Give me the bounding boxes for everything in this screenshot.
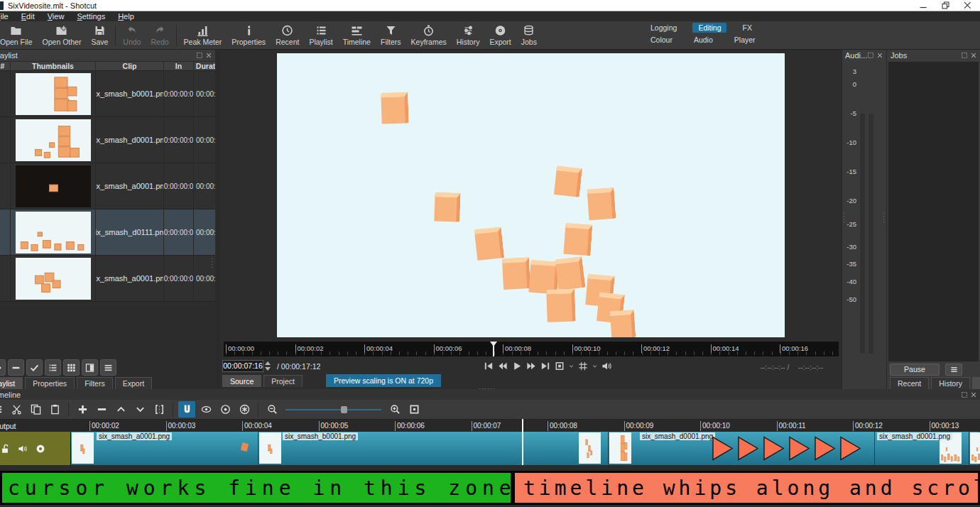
chevron-down-icon[interactable] — [592, 361, 598, 371]
track-head[interactable] — [0, 432, 71, 465]
timeline-clip[interactable]: six_smash_d0001.png — [609, 432, 875, 465]
ripple-button[interactable] — [217, 401, 234, 418]
zoom-timeline-in-button[interactable] — [386, 401, 403, 418]
split-button[interactable] — [151, 401, 168, 418]
ripple-delete-button[interactable] — [93, 401, 110, 418]
layout-editing-button[interactable]: Editing — [692, 23, 726, 33]
lift-button[interactable] — [112, 401, 129, 418]
timecode-stepper[interactable] — [264, 360, 271, 372]
close-panel-icon[interactable] — [205, 52, 212, 59]
menu-file[interactable]: File — [0, 12, 15, 21]
close-panel-icon[interactable] — [970, 391, 977, 398]
timeline-scrollbar-area[interactable] — [0, 465, 980, 471]
volume-button[interactable] — [601, 361, 612, 371]
toolbar-save-button[interactable]: Save — [86, 22, 113, 49]
layout-colour-button[interactable]: Colour — [645, 35, 678, 45]
tab-filters[interactable]: Filters — [77, 377, 113, 389]
pause-button[interactable]: Pause — [890, 364, 940, 376]
toolbar-open-other-button[interactable]: Open Other — [38, 22, 87, 49]
zoom-slider-handle[interactable] — [341, 406, 347, 413]
close-icon[interactable] — [962, 1, 973, 10]
splitter-handle[interactable]: ···· — [883, 212, 885, 223]
playlist-row[interactable]: six_smash_a0001.png00:00:00:0000:00:0 — [0, 256, 215, 302]
float-panel-icon[interactable] — [196, 52, 203, 59]
paste-button[interactable] — [46, 401, 63, 418]
menu-view[interactable]: View — [41, 12, 71, 21]
playlist-row[interactable]: six_smash_a0001.png00:00:00:0000:00:0 — [0, 163, 215, 209]
fast-forward-button[interactable] — [526, 361, 537, 371]
toolbar-redo-button[interactable]: Redo — [146, 22, 173, 49]
tab-recent[interactable]: Recent — [890, 377, 929, 389]
tab-source[interactable]: Source — [222, 375, 261, 387]
timeline-menu-button[interactable] — [0, 401, 6, 418]
snap-button[interactable] — [178, 401, 195, 418]
float-panel-icon[interactable] — [961, 391, 968, 398]
zoom-slider[interactable] — [285, 403, 381, 417]
tab-project[interactable]: Project — [263, 375, 303, 387]
layout-player-button[interactable]: Player — [729, 35, 761, 45]
float-panel-icon[interactable] — [867, 52, 874, 59]
tab-export[interactable]: Export — [115, 377, 152, 389]
timeline-ruler[interactable]: Output 00:00:0200:00:0300:00:0400:00:050… — [0, 419, 980, 432]
menu-button[interactable] — [100, 359, 116, 376]
toolbar-export-button[interactable]: Export — [484, 22, 516, 49]
playlist-row[interactable]: six_smash_d0001.png00:00:00:0000:00:0 — [0, 117, 215, 163]
toolbar-open-file-button[interactable]: Open File — [0, 22, 38, 49]
ripple-all-tracks-button[interactable] — [236, 401, 253, 418]
column-header-durati[interactable]: Durati — [194, 62, 215, 70]
update-button[interactable] — [26, 359, 43, 376]
timeline-clip[interactable]: six_smash_b0001.png — [258, 432, 609, 465]
player-zoom-button[interactable] — [554, 361, 565, 371]
rewind-button[interactable] — [497, 361, 508, 371]
skip-to-end-button[interactable] — [540, 361, 551, 371]
timeline-clip[interactable]: six_smash_a0001.png — [71, 432, 258, 465]
menu-settings[interactable]: Settings — [70, 12, 111, 21]
tab-jobs[interactable]: Jobs — [972, 377, 980, 389]
float-panel-icon[interactable] — [961, 52, 968, 59]
menu-help[interactable]: Help — [111, 12, 141, 21]
timeline-clip[interactable] — [969, 432, 980, 465]
playlist-row[interactable]: six_smash_d0111.png00:00:00:0000:00:0 — [0, 209, 215, 256]
timeline-playhead[interactable] — [522, 419, 523, 465]
toolbar-timeline-button[interactable]: Timeline — [338, 22, 376, 49]
overwrite-button[interactable] — [131, 401, 148, 418]
append-button[interactable] — [74, 401, 91, 418]
layout-audio-button[interactable]: Audio — [688, 35, 719, 45]
grid-overlay-button[interactable] — [577, 361, 589, 371]
toolbar-filters-button[interactable]: Filters — [376, 22, 406, 49]
column-header-num[interactable]: # — [0, 62, 11, 70]
toolbar-jobs-button[interactable]: Jobs — [516, 22, 542, 49]
toolbar-undo-button[interactable]: Undo — [118, 22, 146, 49]
mute-speaker-icon[interactable] — [18, 444, 28, 454]
timeline-clip[interactable]: six_smash_d0001.png — [875, 432, 969, 465]
toolbar-recent-button[interactable]: Recent — [271, 22, 304, 49]
close-panel-icon[interactable] — [970, 52, 977, 59]
remove-button[interactable] — [8, 359, 24, 376]
layout-logging-button[interactable]: Logging — [645, 23, 682, 33]
zoom-timeline-fit-button[interactable] — [405, 401, 423, 418]
player-scrubber[interactable]: 00:00:0000:00:0200:00:0400:00:0600:00:08… — [224, 342, 839, 356]
view-icons-button[interactable] — [63, 359, 80, 376]
jobs-menu-button[interactable] — [945, 364, 962, 376]
scrub-while-dragging-button[interactable] — [197, 401, 214, 418]
cut-button[interactable] — [8, 401, 25, 418]
toolbar-peak-meter-button[interactable]: Peak Meter — [179, 22, 227, 49]
copy-button[interactable] — [27, 401, 44, 418]
tab-history[interactable]: History — [931, 377, 970, 389]
tab-playlist[interactable]: Playlist — [0, 377, 23, 389]
column-header-clip[interactable]: Clip — [96, 62, 164, 70]
view-tiles-button[interactable] — [82, 359, 98, 376]
layout-fx-button[interactable]: FX — [736, 23, 757, 33]
splitter-handle[interactable]: ···· — [211, 257, 213, 268]
chevron-down-icon[interactable] — [568, 361, 575, 371]
tab-properties[interactable]: Properties — [25, 377, 75, 389]
preview-scaling-notice[interactable]: Preview scaling is ON at 720p — [326, 374, 441, 387]
column-header-thumbnails[interactable]: Thumbnails — [11, 62, 96, 70]
toolbar-properties-button[interactable]: Properties — [227, 22, 271, 49]
position-timecode-input[interactable]: 00:00:07:16 — [222, 360, 263, 372]
toolbar-keyframes-button[interactable]: Keyframes — [406, 22, 452, 49]
menu-edit[interactable]: Edit — [15, 12, 41, 21]
append-button[interactable] — [0, 359, 6, 376]
hide-eye-icon[interactable] — [36, 444, 45, 454]
play-button[interactable] — [511, 361, 523, 371]
